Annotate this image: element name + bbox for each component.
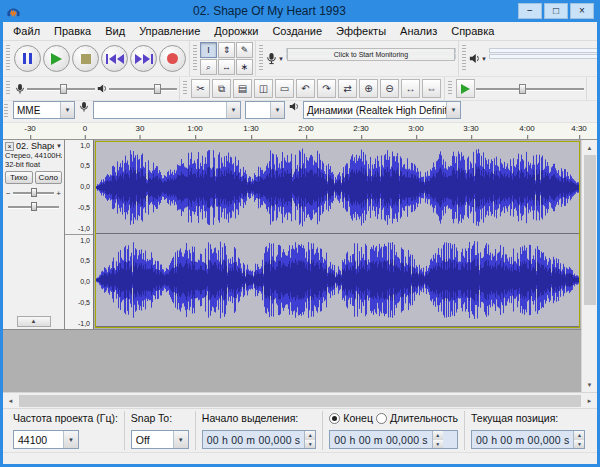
zoom-in-button[interactable]: ⊕	[359, 79, 378, 98]
toolbar-grip[interactable]	[183, 81, 187, 96]
timeline-ruler[interactable]: -30 0 30 1:00 1:30 2:00 2:30 3:00 3:30 4…	[3, 123, 597, 140]
selection-start-field[interactable]: 00 h 00 m 00,000 s ▲▼	[202, 430, 317, 449]
end-radio[interactable]	[329, 413, 340, 424]
menu-view[interactable]: Вид	[98, 23, 132, 39]
skip-to-start-button[interactable]	[101, 45, 128, 72]
redo-button[interactable]: ↷	[317, 79, 336, 98]
zoom-out-button[interactable]: ⊖	[380, 79, 399, 98]
track-menu-icon[interactable]: ▼	[56, 143, 62, 149]
mute-button[interactable]: Тихо	[5, 171, 33, 184]
record-button[interactable]	[159, 45, 186, 72]
close-button[interactable]: ×	[570, 3, 594, 19]
sync-lock-button[interactable]: ⇄	[338, 79, 357, 98]
maximize-button[interactable]: □	[544, 3, 568, 19]
track-name[interactable]: 02. Shape	[16, 141, 54, 151]
record-meter-dropdown[interactable]: ▼	[266, 52, 284, 65]
menu-edit[interactable]: Правка	[47, 23, 98, 39]
horizontal-scroll-thumb[interactable]	[19, 395, 581, 407]
pan-slider[interactable]	[6, 201, 61, 213]
selection-tool-button[interactable]: I	[200, 42, 217, 58]
play-meter-dropdown[interactable]: ▼	[469, 53, 487, 64]
zoom-tool-button[interactable]: ⌕	[200, 59, 217, 75]
pan-slider-thumb[interactable]	[31, 202, 37, 211]
project-rate-select[interactable]: 44100▼	[13, 430, 79, 449]
vertical-ruler[interactable]: 1,0 0,5 0,0 -0,5 -1,0 1,0 0,5 0,0 -0,5 -…	[65, 140, 94, 329]
recording-channels-select[interactable]: ▼	[245, 101, 285, 119]
menu-tracks[interactable]: Дорожки	[207, 23, 265, 39]
length-radio[interactable]	[376, 413, 387, 424]
input-volume-slider[interactable]	[27, 82, 95, 96]
scroll-right-icon[interactable]: ►	[582, 393, 597, 408]
right-channel-waveform[interactable]	[96, 234, 579, 326]
menu-effects[interactable]: Эффекты	[329, 23, 393, 39]
time-spinner[interactable]: ▲▼	[432, 431, 443, 448]
toolbar-grip[interactable]	[6, 45, 10, 72]
envelope-tool-button[interactable]: ⇕	[218, 42, 235, 58]
draw-tool-button[interactable]: ✎	[236, 42, 253, 58]
time-spinner[interactable]: ▲▼	[304, 431, 315, 448]
recording-meter[interactable]: Click to Start Monitoring -57 -54 -51 -4…	[286, 47, 456, 71]
waveform-clip[interactable]	[95, 141, 580, 328]
scroll-down-icon[interactable]: ▼	[582, 377, 597, 392]
timeline-tick: 0	[83, 124, 87, 133]
playback-speed-slider[interactable]	[476, 82, 584, 96]
toolbar-grip[interactable]	[259, 45, 263, 72]
toolbar-grip[interactable]	[193, 45, 197, 72]
play-button[interactable]	[43, 45, 70, 72]
scroll-left-icon[interactable]: ◄	[3, 393, 18, 408]
output-volume-slider[interactable]	[109, 82, 177, 96]
playback-device-select[interactable]: Динамики (Realtek High Definiti▼	[303, 101, 461, 119]
menu-transport[interactable]: Управление	[132, 23, 207, 39]
audio-host-select[interactable]: MME▼	[13, 101, 75, 119]
toolbar-grip[interactable]	[4, 104, 8, 119]
undo-button[interactable]: ↶	[296, 79, 315, 98]
fit-project-button[interactable]: ⇔	[422, 79, 441, 98]
solo-button[interactable]: Соло	[35, 171, 63, 184]
menu-analyze[interactable]: Анализ	[393, 23, 444, 39]
multi-tool-button[interactable]: ∗	[236, 59, 253, 75]
recording-device-select[interactable]: ▼	[93, 101, 241, 119]
selection-end-field[interactable]: 00 h 00 m 00,000 s ▲▼	[329, 430, 458, 449]
toolbar-grip[interactable]	[6, 81, 10, 96]
toolbar-grip[interactable]	[448, 81, 452, 96]
end-radio-label[interactable]: Конец	[343, 412, 373, 424]
titlebar[interactable]: 02. Shape Of My Heart 1993 − □ ×	[3, 0, 597, 22]
length-radio-label[interactable]: Длительность	[390, 412, 458, 424]
track-close-button[interactable]: ×	[5, 142, 14, 151]
silence-button[interactable]: ▭	[275, 79, 294, 98]
minimize-button[interactable]: −	[518, 3, 542, 19]
waveform-area[interactable]	[94, 140, 581, 329]
menu-help[interactable]: Справка	[444, 23, 501, 39]
fit-selection-button[interactable]: ↔	[401, 79, 420, 98]
snap-to-label: Snap To:	[131, 412, 189, 424]
horizontal-scrollbar[interactable]: ◄ ►	[3, 392, 597, 408]
skip-to-end-button[interactable]	[130, 45, 157, 72]
toolbar-grip[interactable]	[462, 45, 466, 72]
vertical-scrollbar[interactable]: ▲ ▼	[581, 140, 597, 392]
menu-generate[interactable]: Создание	[265, 23, 329, 39]
paste-button[interactable]: ▤	[233, 79, 252, 98]
scroll-up-icon[interactable]: ▲	[582, 140, 597, 155]
copy-button[interactable]: ⧉	[212, 79, 231, 98]
pause-button[interactable]	[14, 45, 41, 72]
play-at-speed-button[interactable]	[456, 79, 475, 98]
stop-button[interactable]	[72, 45, 99, 72]
snap-to-select[interactable]: Off▼	[131, 430, 189, 449]
left-channel-waveform[interactable]	[96, 142, 579, 233]
microphone-icon	[79, 101, 89, 113]
gain-slider-thumb[interactable]	[31, 188, 37, 197]
current-position-field[interactable]: 00 h 00 m 00,000 s ▲▼	[471, 430, 586, 449]
cut-button[interactable]: ✂	[191, 79, 210, 98]
track-control-panel[interactable]: × 02. Shape ▼ Стерео, 44100Hz 32-bit flo…	[3, 140, 65, 329]
gain-slider[interactable]: − +	[6, 187, 61, 199]
time-spinner[interactable]: ▲▼	[573, 431, 584, 448]
monitor-text[interactable]: Click to Start Monitoring	[287, 48, 455, 61]
empty-track-area[interactable]	[3, 330, 581, 392]
time-shift-tool-button[interactable]: ↔	[218, 59, 235, 75]
playback-meter[interactable]: -57 -54 -51 -48 -45 -42 -39 -36 -33 -30 …	[489, 47, 600, 71]
vertical-scroll-thumb[interactable]	[584, 155, 596, 305]
current-position-group: Текущая позиция: 00 h 00 m 00,000 s ▲▼	[465, 411, 592, 450]
trim-button[interactable]: ◫	[254, 79, 273, 98]
menu-file[interactable]: Файл	[6, 23, 47, 39]
track-collapse-button[interactable]: ▲	[17, 316, 51, 327]
